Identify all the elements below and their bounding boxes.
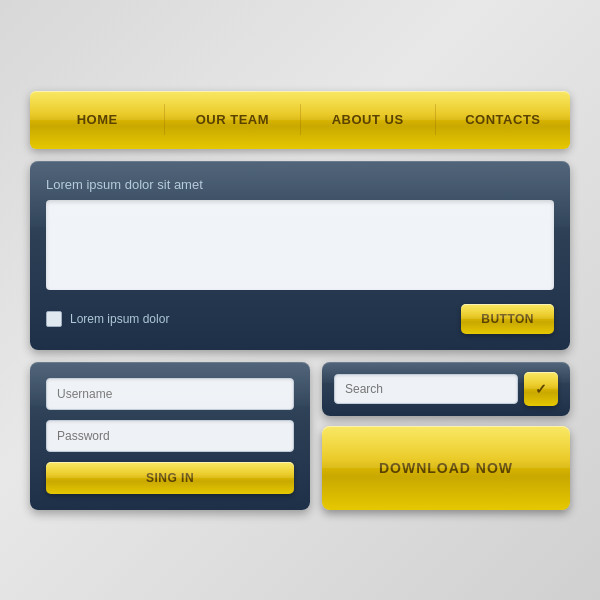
nav-item-contacts[interactable]: CONTACTS bbox=[436, 104, 570, 135]
bottom-row: SING IN ✓ DOWNLOAD NOW bbox=[30, 362, 570, 510]
navbar: HOME OUR TEAM ABOUT US CONTACTS bbox=[30, 91, 570, 149]
signin-button[interactable]: SING IN bbox=[46, 462, 294, 494]
form-label: Lorem ipsum dolor sit amet bbox=[46, 177, 554, 192]
form-panel: Lorem ipsum dolor sit amet Lorem ipsum d… bbox=[30, 161, 570, 350]
search-panel: ✓ bbox=[322, 362, 570, 416]
form-textarea[interactable] bbox=[46, 200, 554, 290]
nav-item-our-team[interactable]: OUR TEAM bbox=[165, 104, 300, 135]
checkbox-area: Lorem ipsum dolor bbox=[46, 311, 169, 327]
search-button[interactable]: ✓ bbox=[524, 372, 558, 406]
nav-item-about-us[interactable]: ABOUT US bbox=[301, 104, 436, 135]
main-container: HOME OUR TEAM ABOUT US CONTACTS Lorem ip… bbox=[30, 91, 570, 510]
checkbox-label: Lorem ipsum dolor bbox=[70, 312, 169, 326]
form-button[interactable]: BUTTON bbox=[461, 304, 554, 334]
login-panel: SING IN bbox=[30, 362, 310, 510]
form-checkbox[interactable] bbox=[46, 311, 62, 327]
search-input[interactable] bbox=[334, 374, 518, 404]
checkmark-icon: ✓ bbox=[535, 381, 547, 397]
nav-item-home[interactable]: HOME bbox=[30, 104, 165, 135]
username-input[interactable] bbox=[46, 378, 294, 410]
right-panel: ✓ DOWNLOAD NOW bbox=[322, 362, 570, 510]
form-footer: Lorem ipsum dolor BUTTON bbox=[46, 304, 554, 334]
password-input[interactable] bbox=[46, 420, 294, 452]
download-button[interactable]: DOWNLOAD NOW bbox=[322, 426, 570, 510]
